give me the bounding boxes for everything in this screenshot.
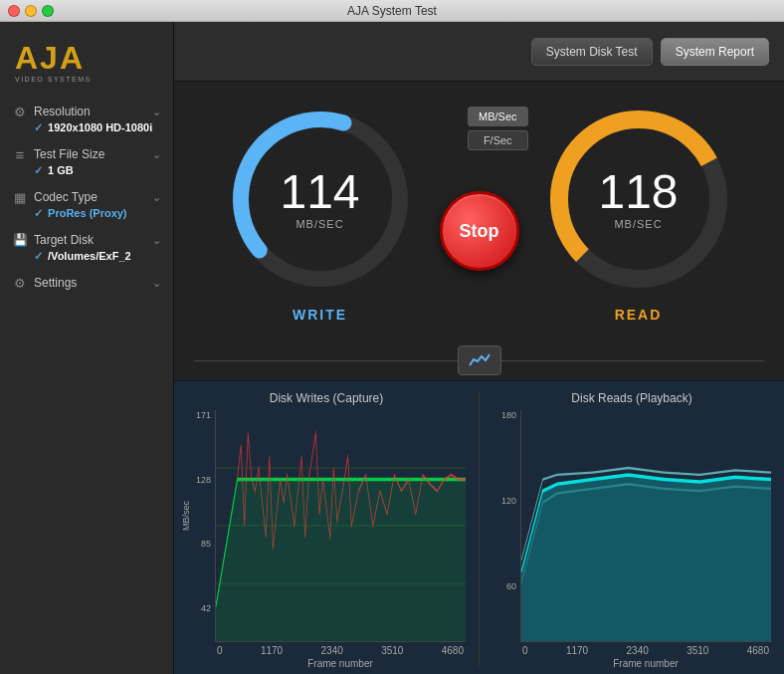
unit-toggle: MB/Sec F/Sec [468, 107, 528, 150]
read-gauge: 118 MB/SEC READ [539, 100, 738, 323]
mbsec-button[interactable]: MB/Sec [468, 107, 528, 126]
read-x-label: Frame number [520, 658, 771, 669]
read-chart-wrapper: 180 120 60 [492, 410, 771, 669]
read-gauge-canvas: 118 MB/SEC [539, 100, 738, 299]
file-size-check: ✓ [34, 164, 43, 176]
read-value: 118 MB/SEC [598, 168, 678, 230]
read-y-axis: 180 120 60 [492, 410, 520, 669]
read-x-axis: 0 1170 2340 3510 4680 [520, 645, 771, 656]
logo-area: AJA VIDEO SYSTEMS [0, 32, 173, 98]
disk-icon: 💾 [12, 232, 28, 248]
codec-label: Codec Type [34, 190, 98, 204]
write-chart-svg [216, 410, 466, 641]
sidebar-item-resolution-left: ⚙ Resolution [12, 104, 91, 119]
aja-logo-sub: VIDEO SYSTEMS [15, 76, 158, 83]
svg-marker-10 [521, 475, 771, 641]
sidebar-item-codec-left: ▦ Codec Type [12, 189, 98, 205]
write-chart-panel: Disk Writes (Capture) 171 128 85 42 MB/s… [179, 391, 474, 669]
aja-logo-text: AJA [15, 42, 158, 74]
file-size-icon: ≡ [12, 146, 28, 162]
sidebar-item-codec-header: ▦ Codec Type ⌄ [12, 189, 161, 205]
resolution-chevron: ⌄ [152, 106, 161, 118]
read-unit: MB/SEC [598, 218, 678, 230]
codec-chevron: ⌄ [152, 191, 161, 204]
sidebar-item-disk[interactable]: 💾 Target Disk ⌄ ✓ /Volumes/ExF_2 [0, 226, 173, 269]
write-label: WRITE [293, 307, 347, 323]
close-button[interactable] [8, 5, 20, 17]
sidebar: AJA VIDEO SYSTEMS ⚙ Resolution ⌄ ✓ 1920x… [0, 22, 174, 674]
sidebar-item-file-size-header: ≡ Test File Size ⌄ [12, 146, 161, 162]
sidebar-item-file-size-left: ≡ Test File Size [12, 146, 104, 162]
read-chart-title: Disk Reads (Playback) [492, 391, 771, 405]
aja-logo: AJA VIDEO SYSTEMS [15, 42, 158, 83]
window-title: AJA System Test [347, 4, 437, 18]
sidebar-item-disk-left: 💾 Target Disk [12, 232, 94, 248]
read-chart-svg [521, 410, 771, 641]
sidebar-item-resolution[interactable]: ⚙ Resolution ⌄ ✓ 1920x1080 HD-1080i [0, 98, 173, 140]
read-number: 118 [598, 168, 678, 216]
sidebar-item-codec[interactable]: ▦ Codec Type ⌄ ✓ ProRes (Proxy) [0, 183, 173, 226]
stop-button[interactable]: Stop [440, 191, 519, 271]
file-size-value: ✓ 1 GB [12, 164, 161, 177]
write-chart-plot: MB/sec [215, 410, 466, 642]
sidebar-item-file-size[interactable]: ≡ Test File Size ⌄ ✓ 1 GB [0, 140, 173, 183]
sidebar-item-settings-left: ⚙ Settings [12, 275, 77, 291]
charts-divider [479, 391, 480, 669]
settings-chevron: ⌄ [152, 277, 161, 290]
write-gauge: 114 MB/SEC WRITE [221, 100, 420, 323]
write-unit: MB/SEC [280, 218, 359, 230]
content-area: System Disk Test System Report MB/Sec F/… [174, 22, 784, 674]
disk-value: ✓ /Volumes/ExF_2 [12, 250, 161, 263]
chart-toggle-area [174, 340, 784, 380]
system-report-button[interactable]: System Report [661, 38, 769, 66]
disk-label: Target Disk [34, 233, 94, 247]
resolution-check: ✓ [34, 121, 43, 133]
resolution-value: ✓ 1920x1080 HD-1080i [12, 121, 161, 134]
chart-toggle-icon [468, 351, 491, 369]
disk-check: ✓ [34, 250, 43, 262]
sidebar-item-settings-header: ⚙ Settings ⌄ [12, 275, 161, 291]
write-y-axis: 171 128 85 42 [187, 410, 215, 669]
sidebar-item-resolution-header: ⚙ Resolution ⌄ [12, 104, 161, 119]
resolution-icon: ⚙ [12, 104, 28, 119]
read-chart-panel: Disk Reads (Playback) 180 120 60 [485, 391, 779, 669]
write-chart-wrapper: 171 128 85 42 MB/sec [187, 410, 466, 669]
codec-check: ✓ [34, 207, 43, 219]
system-disk-test-button[interactable]: System Disk Test [531, 38, 653, 66]
minimize-button[interactable] [25, 5, 37, 17]
disk-chevron: ⌄ [152, 234, 161, 247]
toolbar: System Disk Test System Report [174, 22, 784, 82]
file-size-chevron: ⌄ [152, 148, 161, 161]
resolution-label: Resolution [34, 105, 91, 118]
read-chart-inner: 0 1170 2340 3510 4680 Frame number [520, 410, 771, 669]
read-label: READ [615, 307, 663, 323]
sidebar-item-settings[interactable]: ⚙ Settings ⌄ [0, 269, 173, 297]
file-size-label: Test File Size [34, 147, 104, 161]
chart-toggle-button[interactable] [458, 345, 501, 375]
codec-value: ✓ ProRes (Proxy) [12, 207, 161, 220]
fsec-button[interactable]: F/Sec [468, 130, 528, 150]
svg-marker-7 [216, 480, 466, 641]
settings-label: Settings [34, 276, 77, 290]
write-x-axis: 0 1170 2340 3510 4680 [215, 645, 466, 656]
charts-area: Disk Writes (Capture) 171 128 85 42 MB/s… [174, 380, 784, 674]
write-y-label: MB/sec [181, 501, 191, 531]
write-gauge-canvas: 114 MB/SEC [221, 100, 420, 299]
write-value: 114 MB/SEC [280, 168, 359, 230]
main-area: AJA VIDEO SYSTEMS ⚙ Resolution ⌄ ✓ 1920x… [0, 22, 784, 674]
gauges-area: MB/Sec F/Sec 114 MB/SEC [174, 82, 784, 340]
write-number: 114 [280, 168, 359, 216]
maximize-button[interactable] [42, 5, 54, 17]
read-chart-plot [520, 410, 771, 642]
sidebar-item-disk-header: 💾 Target Disk ⌄ [12, 232, 161, 248]
write-chart-title: Disk Writes (Capture) [187, 391, 466, 405]
write-x-label: Frame number [215, 658, 466, 669]
titlebar: AJA System Test [0, 0, 784, 22]
write-chart-inner: MB/sec [215, 410, 466, 669]
window-controls [8, 5, 54, 17]
settings-icon: ⚙ [12, 275, 28, 291]
codec-icon: ▦ [12, 189, 28, 205]
